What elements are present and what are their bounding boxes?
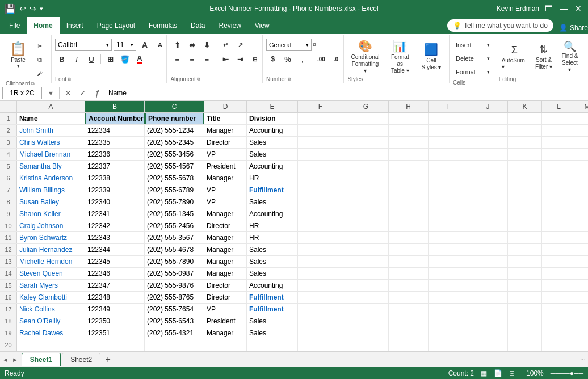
sheet-tab-sheet1[interactable]: Sheet1 (22, 353, 61, 366)
cell[interactable]: Manager (204, 125, 247, 136)
insert-button[interactable]: Insert▾ (453, 39, 493, 51)
cell[interactable] (508, 125, 542, 136)
cell[interactable]: HR (247, 232, 298, 243)
cell[interactable]: Nick Collins (17, 304, 85, 315)
cell[interactable] (247, 339, 298, 351)
cell[interactable] (298, 315, 343, 327)
cell[interactable]: President (204, 161, 247, 172)
cell[interactable] (389, 268, 429, 279)
cell[interactable] (576, 208, 588, 220)
cell[interactable]: Samantha Bly (17, 161, 85, 172)
cell[interactable]: Manager (204, 268, 247, 279)
cell[interactable] (576, 292, 588, 303)
col-header-f[interactable]: F (298, 101, 343, 112)
autosum-button[interactable]: Σ AutoSum ▾ (499, 40, 530, 73)
cell[interactable] (389, 161, 429, 172)
cell[interactable] (468, 161, 508, 172)
cell[interactable] (343, 327, 389, 339)
cell[interactable] (508, 220, 542, 231)
cell[interactable] (508, 149, 542, 160)
cell[interactable]: Sales (247, 244, 298, 255)
col-header-c[interactable]: C (145, 101, 204, 112)
cell[interactable] (576, 149, 588, 160)
cell[interactable] (468, 315, 508, 327)
cell[interactable]: 122335 (85, 137, 145, 148)
cell[interactable] (389, 149, 429, 160)
cell[interactable] (389, 327, 429, 339)
cell[interactable] (468, 268, 508, 279)
cell[interactable] (542, 256, 576, 267)
cell[interactable]: William Billings (17, 184, 85, 196)
cell[interactable]: Sales (247, 149, 298, 160)
col-header-k[interactable]: K (508, 101, 542, 112)
cell[interactable]: Sharon Keller (17, 208, 85, 220)
cell[interactable] (429, 232, 468, 243)
cell[interactable]: 122347 (85, 280, 145, 291)
cell[interactable] (343, 304, 389, 315)
cell[interactable]: 122338 (85, 172, 145, 184)
cell[interactable]: Accounting (247, 125, 298, 136)
cell[interactable]: Chris Walters (17, 137, 85, 148)
cell[interactable] (389, 137, 429, 148)
comma-button[interactable]: , (296, 53, 309, 65)
cell[interactable]: 122345 (85, 256, 145, 267)
confirm-formula-btn[interactable]: ✓ (77, 87, 89, 99)
cell[interactable] (429, 244, 468, 255)
tab-page-layout[interactable]: Page Layout (90, 17, 142, 34)
cell[interactable] (576, 196, 588, 208)
cell[interactable]: Manager (204, 232, 247, 243)
restore-btn[interactable]: 🗖 (544, 3, 554, 14)
clipboard-label[interactable]: Clipboard ⧉ (6, 79, 35, 85)
cell[interactable] (542, 184, 576, 196)
cell[interactable]: 122340 (85, 196, 145, 208)
cell[interactable] (542, 292, 576, 303)
cell[interactable] (389, 256, 429, 267)
cell[interactable]: 122336 (85, 149, 145, 160)
cell[interactable] (576, 339, 588, 351)
cell[interactable] (429, 196, 468, 208)
cell[interactable] (542, 268, 576, 279)
cell[interactable]: Craig Johnson (17, 220, 85, 231)
cell[interactable] (343, 244, 389, 255)
cell[interactable] (429, 220, 468, 231)
alignment-expand-icon[interactable]: ⧉ (197, 77, 200, 82)
cell[interactable] (389, 292, 429, 303)
cell[interactable] (468, 244, 508, 255)
font-grow-button[interactable]: A (138, 39, 152, 51)
cell[interactable] (17, 339, 85, 351)
border-button[interactable]: ⊞ (103, 53, 117, 65)
page-layout-btn[interactable]: 📄 (494, 369, 502, 377)
cell[interactable] (468, 304, 508, 315)
cell[interactable]: (202) 555-7890 (145, 256, 204, 267)
cell[interactable]: Rachel Dawes (17, 327, 85, 339)
cut-button[interactable]: ✂ (32, 40, 48, 52)
zoom-slider[interactable]: ────●── (551, 369, 583, 377)
merge-button[interactable]: ⊞ (248, 53, 262, 65)
cell[interactable]: 122334 (85, 125, 145, 136)
cell[interactable] (429, 327, 468, 339)
number-group-expand-icon[interactable]: ⧉ (288, 77, 291, 82)
prev-sheet-btn[interactable]: ◄ (2, 356, 9, 363)
cell[interactable] (468, 172, 508, 184)
align-bottom-button[interactable]: ⬇ (200, 39, 213, 51)
cell[interactable]: Manager (204, 256, 247, 267)
col-header-j[interactable]: J (468, 101, 508, 112)
cell[interactable] (343, 256, 389, 267)
cell[interactable] (298, 184, 343, 196)
align-middle-button[interactable]: ⬌ (185, 39, 199, 51)
cell[interactable] (542, 315, 576, 327)
cell[interactable]: Fulfillment (247, 184, 298, 196)
cell[interactable]: Fulfillment (247, 304, 298, 315)
next-sheet-btn[interactable]: ► (12, 356, 18, 363)
font-label[interactable]: Font ⧉ (55, 75, 71, 82)
col-header-l[interactable]: L (542, 101, 576, 112)
col-header-a[interactable]: A (17, 101, 85, 112)
cell[interactable]: Fulfillment (247, 292, 298, 303)
cell[interactable]: Sales (247, 315, 298, 327)
wrap-text-button[interactable]: ↵ (219, 39, 232, 51)
cell[interactable]: Kaley Ciambotti (17, 292, 85, 303)
cell[interactable]: Director (204, 220, 247, 231)
cell[interactable] (298, 339, 343, 351)
alignment-label[interactable]: Alignment ⧉ (170, 75, 200, 82)
cell[interactable]: Susan Bailey (17, 196, 85, 208)
